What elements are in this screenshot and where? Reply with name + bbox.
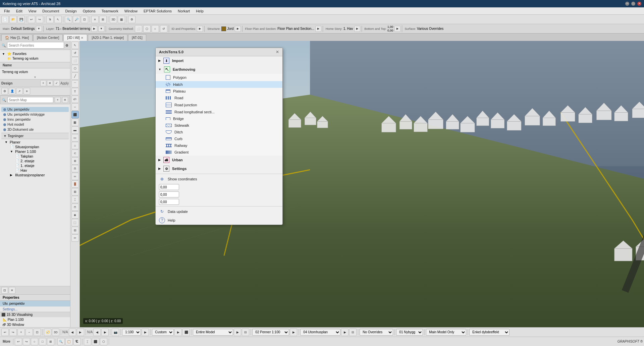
bt-zoomout[interactable]: − — [25, 329, 33, 336]
bt2-7[interactable]: 📋 — [65, 338, 73, 345]
name-terreng[interactable]: Terreng og volum — [1, 70, 69, 74]
menu-edit[interactable]: Edit — [13, 8, 25, 14]
menu-file[interactable]: File — [1, 8, 13, 14]
menu-window[interactable]: Window — [122, 8, 140, 14]
new-view-btn2[interactable]: + — [55, 97, 61, 103]
menu-norkart[interactable]: Norkart — [175, 8, 193, 14]
slab-tool[interactable]: ▭ — [71, 134, 79, 141]
favorites-root[interactable]: ▼ ⭐ Favorites — [1, 51, 69, 56]
hav-row[interactable]: 📄 Hav — [15, 168, 69, 173]
tab-at01[interactable]: [AT-01] — [128, 34, 146, 41]
search-favorites-input[interactable] — [7, 42, 64, 49]
ditch-item[interactable]: Ditch — [156, 129, 282, 135]
bt2-8[interactable]: 🏗 — [73, 338, 81, 345]
label-tool[interactable]: 🏷 — [71, 96, 79, 103]
tab-action-center[interactable]: [Action Center] — [33, 34, 63, 41]
settings-link[interactable]: Settings... — [0, 307, 70, 312]
bottom-expand[interactable]: ▶ — [394, 26, 400, 32]
sidewalk-item[interactable]: Sidewalk — [156, 122, 282, 129]
rect-tool[interactable]: ⬜ — [71, 57, 79, 64]
menu-document[interactable]: Document — [40, 8, 62, 14]
overrides-select[interactable]: No Overrides — [360, 329, 393, 336]
planer-100-row[interactable]: ▼ Planer 1:100 — [9, 149, 69, 154]
bt2-1[interactable]: ↩ — [15, 338, 22, 345]
coord-z-input[interactable] — [159, 199, 179, 205]
bt-arr1[interactable]: ◀ — [69, 329, 76, 336]
bt-cam[interactable]: 📷 — [112, 329, 119, 336]
user-icon[interactable]: 👤 — [9, 88, 15, 95]
earthmoving-section[interactable]: ▼ ⛏ Earthmoving — [156, 65, 282, 74]
view-hvit[interactable]: Hvit modell — [1, 122, 69, 127]
zoom-out[interactable]: 🔎 — [73, 16, 80, 23]
hatch-item[interactable]: Hatch — [156, 81, 282, 88]
zoom-fit[interactable]: ⊡ — [81, 16, 88, 23]
plateau-item[interactable]: Plateau — [156, 88, 282, 95]
help-item[interactable]: ? Help — [156, 216, 282, 225]
utomhus-select[interactable]: 04 Utomhusplan — [300, 329, 340, 336]
bt2-2[interactable]: ↪ — [23, 338, 30, 345]
menu-help[interactable]: Help — [193, 8, 206, 14]
road-item[interactable]: Road — [156, 95, 282, 101]
nybygg-select[interactable]: 01 Nybygg — [396, 329, 423, 336]
bt2-11[interactable]: ⬡ — [100, 338, 107, 345]
zone-tool[interactable]: ⬚ — [71, 219, 79, 226]
id-expand[interactable]: ▶ — [197, 26, 203, 32]
home-expand[interactable]: ▶ — [354, 26, 360, 32]
select-button[interactable]: 🖱 — [46, 16, 54, 23]
rotate-tool[interactable]: ↺ — [71, 49, 79, 57]
plan-button[interactable]: ▦ — [118, 16, 125, 23]
bt-redo[interactable]: ↪ — [9, 329, 17, 336]
cut-tool[interactable]: ✂ — [71, 234, 79, 242]
bt-3d[interactable]: 3D — [52, 329, 59, 336]
curb-item[interactable]: Curb — [156, 135, 282, 142]
bt2-10[interactable]: ⬛ — [92, 338, 99, 345]
bt2-3[interactable]: ○ — [31, 338, 38, 345]
etasje2-row[interactable]: 📄 2. etasje — [15, 159, 69, 163]
view-utv-perspektiv[interactable]: Utv. perspektiv — [1, 107, 69, 112]
menu-view[interactable]: View — [26, 8, 39, 14]
more-icon[interactable]: ≡ — [23, 88, 30, 95]
illustrasjon-row[interactable]: ▶ Illustrasjonsplaner — [9, 173, 69, 177]
structure-expand[interactable]: ▶ — [235, 26, 241, 32]
view-3d-dok[interactable]: 3D-Dokument ute — [1, 127, 69, 132]
bt-nav[interactable]: 🧭 — [44, 329, 51, 336]
custom-select[interactable]: Custom — [152, 329, 174, 336]
open-button[interactable]: 📂 — [9, 16, 17, 23]
coord-x-input[interactable] — [159, 184, 179, 190]
shell-tool[interactable]: ⊂ — [71, 150, 79, 157]
tab-hav[interactable]: 🏠 Hav [1. Hav] — [1, 34, 33, 41]
layer-settings[interactable]: ▼ — [98, 26, 104, 32]
planer-row[interactable]: ▼ Planer — [4, 140, 69, 145]
line-tool[interactable]: ╱ — [71, 72, 79, 80]
mesh-tool[interactable]: ⬛ — [71, 111, 79, 118]
lb-icon2[interactable]: ✕ — [9, 287, 15, 294]
bt2-5[interactable]: ⊞ — [47, 338, 54, 345]
menu-options[interactable]: Options — [80, 8, 98, 14]
maximize-button[interactable]: □ — [631, 2, 635, 6]
enkel-select[interactable]: Enkel dybdeeffekt — [469, 329, 509, 336]
settings-icon[interactable]: ⚙ — [1, 88, 8, 95]
prop-utv[interactable]: Utv. perspektiv — [0, 301, 70, 307]
takplan-row[interactable]: 📄 Takplan — [15, 154, 69, 159]
new-view-btn[interactable]: + — [40, 80, 46, 86]
bt-utom-icon[interactable]: ⊟ — [349, 329, 357, 336]
data-update-item[interactable]: ↻ Data update — [156, 207, 282, 216]
bt-model-arr[interactable]: ▶ — [234, 329, 241, 336]
polygon-item[interactable]: Polygon — [156, 74, 282, 81]
close-button[interactable]: ✕ — [637, 2, 641, 6]
bt-utom-arr[interactable]: ▶ — [341, 329, 348, 336]
bt2-9[interactable]: ⌶ — [84, 338, 91, 345]
bt-arr4[interactable]: ▶ — [101, 329, 109, 336]
poly-tool[interactable]: ⬡ — [71, 65, 79, 72]
bt-scale-arr[interactable]: ▶ — [142, 329, 149, 336]
bt-undo[interactable]: ↩ — [1, 329, 9, 336]
pointer-button[interactable]: ↖ — [54, 16, 62, 23]
column-tool[interactable]: Π — [71, 165, 79, 172]
fill-tool[interactable]: ▦ — [71, 119, 79, 126]
floor-expand[interactable]: ▶ — [315, 26, 321, 32]
roof-tool[interactable]: ⌂ — [71, 142, 79, 149]
del-view-btn[interactable]: ✕ — [62, 97, 68, 103]
stair-tool[interactable]: ⌶ — [71, 196, 79, 203]
bt-arr3[interactable]: ◀ — [93, 329, 101, 336]
geom-circ[interactable]: ○ — [152, 25, 159, 33]
